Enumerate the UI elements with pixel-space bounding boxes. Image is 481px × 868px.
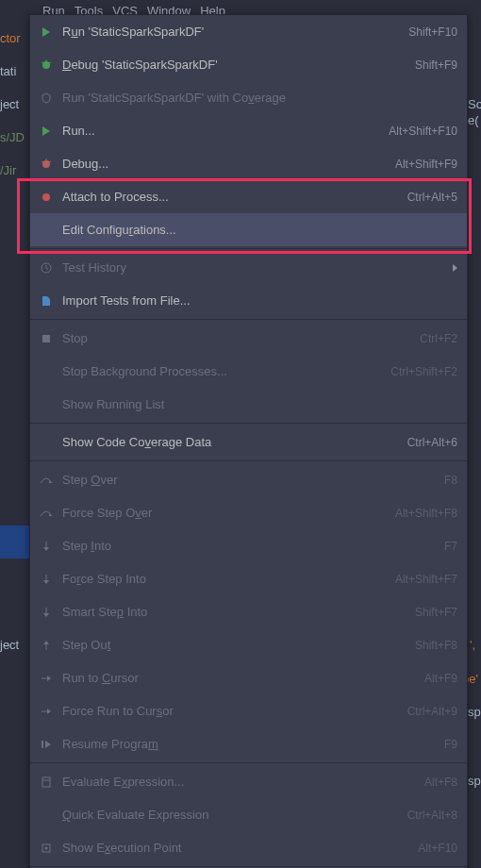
menu-item-import-tests-from-file[interactable]: Import Tests from File... [30,284,467,317]
menu-item-label: Resume Program [62,737,435,751]
menu-item-shortcut: Alt+F9 [424,672,457,685]
menu-item-debug[interactable]: Debug...Alt+Shift+F9 [30,147,467,180]
menu-item-label: Run 'StaticSparkSparkDF' with Coverage [62,91,457,105]
menu-separator [30,423,467,424]
svg-point-1 [42,61,50,69]
submenu-arrow-icon [453,264,457,272]
menu-item-run-to-cursor: Run to CursorAlt+F9 [30,661,467,694]
menu-item-shortcut: Shift+F8 [415,639,457,652]
menu-item-shortcut: F8 [444,474,457,487]
svg-point-10 [42,193,50,201]
menu-item-shortcut: Shift+F10 [408,25,457,39]
run-menu: Run 'StaticSparkSparkDF'Shift+F10Debug '… [29,14,468,868]
menu-separator [30,319,467,320]
menu-item-shortcut: Ctrl+Shift+F2 [390,365,457,378]
svg-line-9 [49,161,51,162]
menu-item-show-code-coverage-data[interactable]: Show Code Coverage DataCtrl+Alt+6 [30,426,467,459]
stepinto-icon [40,540,53,553]
menu-item-label: Step Into [62,539,435,553]
menu-item-label: Force Step Into [62,572,386,586]
menu-item-shortcut: Alt+F10 [418,842,457,855]
blank-icon [40,809,53,822]
file-icon [40,294,53,308]
bug-icon [40,158,53,171]
menu-item-label: Quick Evaluate Expression [62,808,398,822]
menu-item-shortcut: Ctrl+Alt+8 [407,809,457,822]
menu-item-shortcut: Alt+Shift+F7 [395,573,457,586]
menu-item-label: Debug 'StaticSparkSparkDF' [62,58,406,72]
svg-marker-28 [45,741,51,748]
menu-item-shortcut: F9 [444,738,457,751]
menu-item-shortcut: F7 [444,540,457,553]
menu-item-label: Stop Background Processes... [62,364,381,378]
menu-item-label: Run 'StaticSparkSparkDF' [62,25,399,39]
cursor-icon [40,705,53,718]
menu-item-label: Import Tests from File... [62,293,457,308]
menu-item-label: Show Execution Point [62,841,408,855]
menu-item-step-over: Step OverF8 [30,463,467,496]
menu-item-label: Debug... [62,157,386,171]
attach-icon [40,191,53,204]
menu-item-shortcut: Ctrl+Alt+6 [407,436,457,449]
menu-item-show-running-list: Show Running List [30,388,467,421]
menu-item-step-out: Step OutShift+F8 [30,628,467,661]
shield-icon [40,92,53,105]
clock-icon [40,261,53,275]
svg-marker-0 [42,27,50,37]
menu-separator [30,762,467,763]
menu-item-run[interactable]: Run...Alt+Shift+F10 [30,114,467,147]
menu-separator [30,248,467,249]
menu-item-label: Step Over [62,473,435,487]
exec-icon [40,842,53,855]
menu-item-shortcut: Alt+Shift+F10 [389,125,457,138]
play-icon [40,125,53,138]
menu-item-resume-program: Resume ProgramF9 [30,727,467,760]
menu-item-shortcut: Alt+Shift+F8 [395,507,457,520]
resume-icon [40,738,53,751]
svg-line-4 [49,62,51,63]
cursor-icon [40,672,53,685]
blank-icon [40,436,53,449]
menu-item-shortcut: Shift+F7 [415,606,457,619]
menu-item-shortcut: Ctrl+F2 [420,332,457,345]
menu-item-shortcut: Ctrl+Alt+9 [407,705,457,718]
menu-item-label: Force Step Over [62,506,386,520]
svg-point-32 [45,846,48,849]
svg-line-8 [41,161,43,162]
blank-icon [40,365,53,378]
svg-marker-16 [43,547,49,551]
menu-item-edit-configurations[interactable]: Edit Configurations... [30,213,467,246]
menu-item-smart-step-into: Smart Step IntoShift+F7 [30,595,467,628]
menu-item-shortcut: Ctrl+Alt+5 [407,191,457,204]
menu-item-run-staticsparksparkdf[interactable]: Run 'StaticSparkSparkDF'Shift+F10 [30,15,467,48]
menu-item-step-into: Step IntoF7 [30,529,467,562]
stepinto-icon [40,573,53,586]
blank-icon [40,398,53,411]
menu-item-shortcut: Shift+F9 [415,58,457,72]
menu-separator [30,866,467,867]
svg-rect-29 [42,777,50,787]
menu-item-label: Show Running List [62,397,457,411]
menu-item-force-run-to-cursor: Force Run to CursorCtrl+Alt+9 [30,694,467,727]
menu-item-label: Stop [62,331,410,345]
menu-item-debug-staticsparksparkdf[interactable]: Debug 'StaticSparkSparkDF'Shift+F9 [30,48,467,81]
menu-item-quick-evaluate-expression: Quick Evaluate ExpressionCtrl+Alt+8 [30,798,467,831]
stepover-icon [40,507,53,520]
menu-item-label: Step Out [62,638,406,652]
menu-item-label: Show Code Coverage Data [62,435,398,449]
menu-item-attach-to-process[interactable]: Attach to Process...Ctrl+Alt+5 [30,180,467,213]
menu-item-label: Evaluate Expression... [62,775,415,789]
menu-item-shortcut: Alt+F8 [424,776,457,789]
play-icon [40,25,53,39]
menu-item-label: Attach to Process... [62,190,398,204]
svg-rect-27 [41,741,43,748]
menu-separator [30,460,467,461]
stop-icon [40,332,53,345]
menu-item-label: Run... [62,124,379,138]
menu-item-stop-background-processes: Stop Background Processes...Ctrl+Shift+F… [30,355,467,388]
menu-item-evaluate-expression: Evaluate Expression...Alt+F8 [30,765,467,798]
bug-icon [40,58,53,72]
stepover-icon [40,474,53,487]
stepout-icon [40,639,53,652]
svg-rect-12 [42,335,50,342]
